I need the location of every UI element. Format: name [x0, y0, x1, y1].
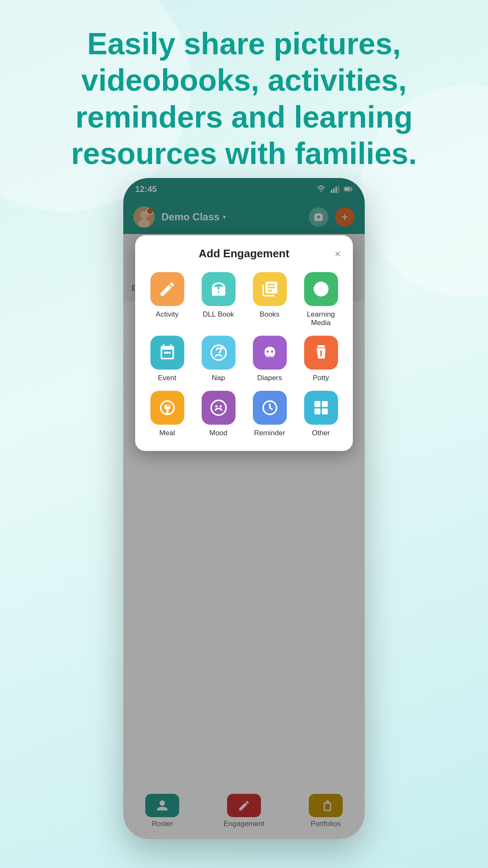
books-item[interactable]: Books [246, 272, 293, 327]
modal-header: Add Engagement × [144, 247, 344, 260]
svg-point-20 [166, 351, 168, 353]
svg-rect-30 [314, 409, 320, 415]
activity-label: Activity [156, 310, 179, 319]
svg-point-19 [164, 351, 166, 353]
dll-book-item[interactable]: DLL Book [195, 272, 242, 327]
other-label: Other [312, 429, 330, 437]
reminder-item[interactable]: Reminder [246, 391, 293, 437]
learning-media-icon [304, 272, 338, 306]
add-engagement-modal: Add Engagement × Activity [135, 235, 353, 451]
phone-frame: 12:45 [123, 178, 365, 839]
activity-icon [150, 272, 184, 306]
meal-icon [150, 391, 184, 425]
other-icon [304, 391, 338, 425]
meal-label: Meal [159, 429, 175, 437]
dll-book-label: DLL Book [202, 310, 234, 319]
mood-item[interactable]: Mood [195, 391, 242, 437]
close-button[interactable]: × [331, 247, 344, 261]
nap-icon [202, 336, 236, 370]
phone-wrapper: 12:45 [123, 178, 365, 839]
learning-media-label: Learning Media [297, 310, 344, 327]
potty-label: Potty [313, 374, 329, 382]
svg-rect-28 [314, 401, 320, 407]
nap-item[interactable]: Nap [195, 336, 242, 382]
diapers-item[interactable]: Diapers [246, 336, 293, 382]
books-icon [253, 272, 287, 306]
meal-item[interactable]: Meal [144, 391, 191, 437]
dll-book-icon [202, 272, 236, 306]
mood-icon [202, 391, 236, 425]
hero-heading: Easily share pictures, videobooks, activ… [34, 25, 454, 172]
books-label: Books [260, 310, 280, 319]
svg-rect-31 [322, 409, 327, 415]
learning-media-item[interactable]: Learning Media [297, 272, 344, 327]
event-icon [150, 336, 184, 370]
mood-label: Mood [209, 429, 227, 437]
event-label: Event [158, 374, 176, 382]
svg-rect-29 [322, 401, 327, 407]
reminder-label: Reminder [254, 429, 286, 437]
activity-item[interactable]: Activity [144, 272, 191, 327]
potty-item[interactable]: Potty [297, 336, 344, 382]
svg-point-25 [215, 405, 217, 407]
event-item[interactable]: Event [144, 336, 191, 382]
hero-section: Easily share pictures, videobooks, activ… [0, 25, 488, 172]
nap-label: Nap [212, 374, 225, 382]
diapers-label: Diapers [257, 374, 282, 382]
engagement-grid: Activity DLL Book [144, 272, 344, 437]
svg-point-21 [168, 351, 170, 353]
reminder-icon [253, 391, 287, 425]
svg-point-26 [219, 405, 222, 407]
potty-icon [304, 336, 338, 370]
diapers-icon [253, 336, 287, 370]
modal-title: Add Engagement [199, 247, 289, 260]
other-item[interactable]: Other [297, 391, 344, 437]
